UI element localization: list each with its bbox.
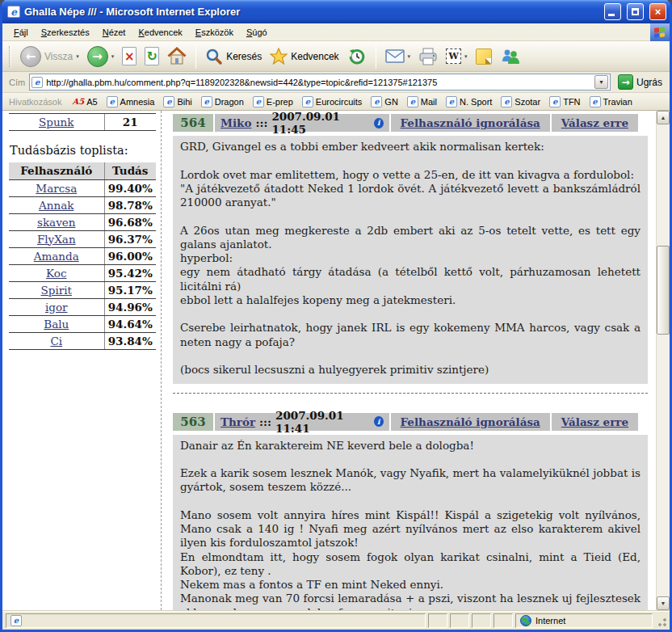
discuss-button[interactable] (472, 47, 495, 66)
user-link[interactable]: Annak (39, 199, 74, 212)
menu-tools[interactable]: Eszközök (189, 25, 240, 40)
link-mail[interactable]: e Mail (404, 95, 440, 108)
forum-post: 564 Miko ::: 2007.09.01 11:45 i Felhaszn… (173, 114, 648, 394)
internet-globe-icon (520, 615, 531, 626)
user-link[interactable]: Amanda (34, 250, 79, 263)
status-pane (494, 613, 513, 628)
maximize-icon (632, 8, 639, 15)
user-link[interactable]: igor (45, 301, 68, 314)
address-input[interactable]: e http://ghalla.pbm.hu/comment.php?q=118… (29, 74, 611, 91)
link-nsport[interactable]: e N. Sport (443, 95, 495, 108)
minimize-icon (608, 14, 615, 16)
links-label: Hivatkozások (9, 97, 61, 107)
discuss-note-icon (476, 48, 492, 65)
link-bihi[interactable]: e Bihi (160, 95, 195, 108)
post-number: 563 (173, 413, 213, 431)
link-a5[interactable]: A5 A5 (69, 96, 100, 107)
edit-button[interactable]: W ▾ (443, 47, 471, 65)
menu-file[interactable]: Fájl (7, 25, 35, 40)
forward-button[interactable]: → ▾ (84, 44, 118, 69)
link-eprep[interactable]: e E-prep (250, 95, 296, 108)
link-label: Amnesia (120, 97, 155, 107)
link-gn[interactable]: e GN (368, 95, 401, 108)
close-button[interactable]: × (649, 3, 666, 20)
link-eurocircuits[interactable]: e Eurocircuits (299, 95, 365, 108)
link-dragon[interactable]: e Dragon (198, 95, 247, 108)
reply-link[interactable]: Válasz erre (561, 415, 628, 428)
refresh-icon: ↻ (145, 47, 159, 65)
link-travian[interactable]: e Travian (586, 95, 636, 108)
info-icon[interactable]: i (374, 416, 383, 427)
stop-button[interactable]: × (119, 45, 140, 67)
address-url: http://ghalla.pbm.hu/comment.php?q=11892… (46, 78, 437, 87)
messenger-button[interactable] (497, 46, 524, 67)
link-label: A5 (86, 97, 97, 107)
ie-favicon: e (302, 96, 313, 107)
info-icon[interactable]: i (374, 118, 384, 129)
user-link[interactable]: skaven (37, 216, 75, 229)
link-label: Eurocircuits (316, 97, 362, 107)
table-header-row: Felhasználó Tudás (9, 162, 156, 179)
table-row: Annak 98.78% (9, 196, 156, 213)
windows-logo-icon (650, 23, 670, 41)
back-icon: ← (20, 46, 41, 67)
link-szotar[interactable]: e Szotar (498, 95, 544, 108)
column-header-knowledge: Tudás (104, 162, 156, 179)
links-bar: Hivatkozások A5 A5 e Amnesia e Bihi e Dr… (2, 93, 670, 111)
resize-grip[interactable] (657, 617, 667, 628)
scrollbar-track[interactable] (657, 124, 670, 596)
link-amnesia[interactable]: e Amnesia (103, 95, 158, 108)
scroll-down-button[interactable]: ▼ (657, 596, 670, 610)
user-link[interactable]: Spirit (41, 284, 72, 297)
mail-button[interactable]: ▾ (382, 48, 414, 65)
mail-dropdown-icon[interactable]: ▾ (408, 53, 411, 60)
home-icon (167, 47, 187, 65)
author-link[interactable]: Miko (220, 116, 251, 129)
back-label: Vissza (44, 51, 73, 62)
forum-post: 563 Thrór ::: 2007.09.01 11:41 i Felhasz… (173, 413, 648, 610)
sidebar-link-spunk[interactable]: Spunk (39, 116, 74, 129)
table-row: Ci 93.84% (9, 332, 156, 349)
menu-help[interactable]: Súgó (240, 25, 274, 40)
user-link[interactable]: Balu (44, 318, 69, 331)
user-link[interactable]: Koc (46, 267, 66, 280)
back-button[interactable]: ← Vissza ▾ (17, 44, 82, 69)
link-tfn[interactable]: e TFN (546, 95, 583, 108)
address-dropdown-button[interactable]: ▼ (594, 75, 608, 89)
title-bar[interactable]: e Ghalla Népe /// - Microsoft Internet E… (2, 0, 670, 23)
forward-dropdown-icon[interactable]: ▾ (111, 53, 115, 60)
ignore-user-link[interactable]: Felhasználó ignorálása (401, 116, 540, 129)
go-button[interactable]: → Ugrás (615, 74, 666, 91)
minimize-button[interactable] (604, 3, 621, 20)
edit-dropdown-icon[interactable]: ▾ (464, 53, 468, 60)
ignore-user-cell: Felhasználó ignorálása (391, 114, 550, 132)
home-button[interactable] (164, 45, 190, 67)
scrollbar-thumb[interactable] (657, 246, 670, 335)
refresh-button[interactable]: ↻ (141, 45, 162, 67)
maximize-button[interactable] (627, 3, 644, 20)
ie-favicon: e (371, 96, 382, 107)
author-link[interactable]: Thrór (220, 415, 255, 428)
user-link[interactable]: Marcsa (36, 182, 77, 195)
toolbar-grip[interactable] (9, 46, 11, 67)
meta-separator: ::: (259, 415, 271, 428)
post-separator (173, 393, 648, 394)
ie-favicon: e (446, 96, 457, 107)
messenger-icon (500, 48, 521, 65)
user-link[interactable]: FlyXan (37, 233, 76, 246)
search-button[interactable]: Keresés (202, 46, 265, 67)
favorites-button[interactable]: Kedvencek (267, 46, 342, 66)
knowledge-value: 94.64% (108, 318, 153, 331)
history-button[interactable] (344, 45, 370, 68)
search-label: Keresés (226, 51, 262, 62)
menu-favorites[interactable]: Kedvencek (132, 25, 188, 40)
print-button[interactable] (415, 46, 441, 67)
user-link[interactable]: Ci (50, 335, 62, 348)
ignore-user-link[interactable]: Felhasználó ignorálása (401, 415, 540, 428)
menu-edit[interactable]: Szerkesztés (35, 25, 96, 40)
reply-link[interactable]: Válasz erre (561, 116, 628, 129)
back-dropdown-icon[interactable]: ▾ (76, 53, 79, 60)
menu-view[interactable]: Nézet (96, 25, 132, 40)
post-meta: Miko ::: 2007.09.01 11:45 i (215, 114, 389, 132)
scroll-up-button[interactable]: ▲ (657, 111, 670, 124)
